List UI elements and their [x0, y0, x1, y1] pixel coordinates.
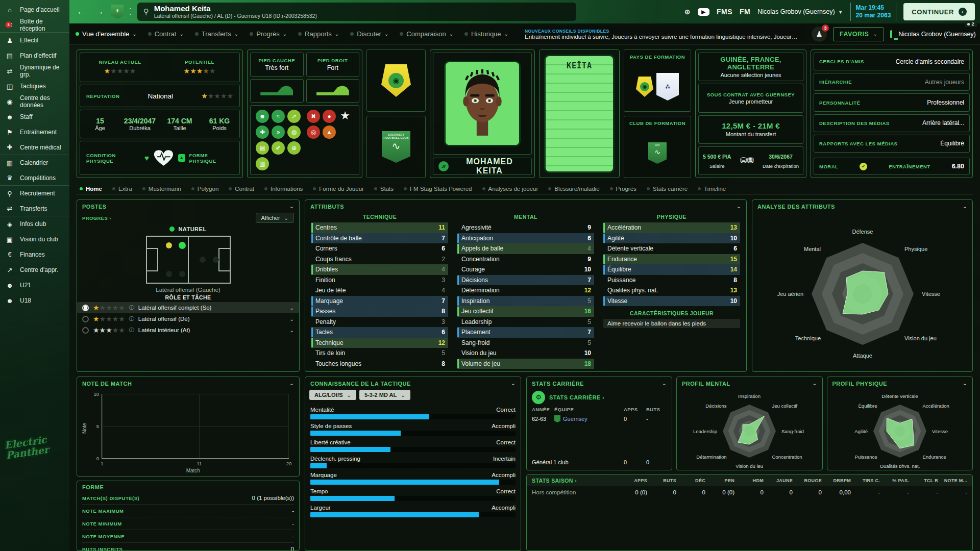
report-icon[interactable]: ✚: [256, 126, 269, 139]
collapse-icon[interactable]: ⌄: [963, 203, 967, 210]
sidebar-item[interactable]: ⇌ Transferts: [0, 201, 69, 216]
nav-menu-item[interactable]: Comparaison ⌄: [400, 30, 453, 38]
ticker-text-block[interactable]: NOUVEAUX CONSEILS DISPONIBLES Entraîneme…: [520, 27, 805, 41]
attribute-row[interactable]: Appels de balle 4: [457, 243, 594, 254]
player-tab[interactable]: Mustermann: [142, 186, 181, 192]
nav-menu-item[interactable]: Contrat ⌄: [148, 30, 184, 38]
attribute-row[interactable]: Accélération 13: [603, 222, 740, 233]
manager-dropdown[interactable]: Nicolas Grobov (Guernsey) ▼: [757, 8, 843, 15]
season-row[interactable]: Hors compétition 0 (0)000 (0)0000,00----: [527, 486, 972, 498]
sidebar-item[interactable]: ✚ Centre médical: [0, 140, 69, 155]
sidebar-item[interactable]: ⚑ Entraînement: [0, 124, 69, 140]
attribute-row[interactable]: Touches longues 8: [311, 359, 448, 369]
info-row[interactable]: DESCRIPTION DES MÉDIAS Arrière latéral..…: [814, 114, 970, 132]
player-tab[interactable]: Stats carrière: [647, 186, 688, 192]
continue-button[interactable]: CONTINUER › 2: [903, 3, 975, 20]
role-row[interactable]: ★★★★★ ⓘ Latéral intérieur (At) ⌄: [77, 324, 299, 336]
attribute-row[interactable]: Vision du jeu 10: [457, 348, 594, 359]
attribute-row[interactable]: Vitesse 10: [603, 296, 740, 307]
issue-icon[interactable]: ✖: [307, 110, 320, 123]
attribute-row[interactable]: Jeu de tête 4: [311, 285, 448, 296]
nav-menu-item[interactable]: Transferts ⌄: [195, 30, 238, 38]
attribute-row[interactable]: Équilibre 14: [603, 264, 740, 275]
sidebar-item[interactable]: ☻ U18: [0, 293, 69, 308]
player-tab[interactable]: Timeline: [698, 186, 726, 192]
nav-menu-item[interactable]: Progrès ⌄: [250, 30, 287, 38]
display-dropdown[interactable]: Afficher⌄: [256, 213, 294, 223]
season-column-header[interactable]: ROUGE: [793, 478, 822, 483]
attribute-row[interactable]: Technique 12: [311, 338, 448, 348]
sidebar-item[interactable]: € Finances: [0, 247, 69, 262]
tactic-dropdown-1[interactable]: ALG/LOf/S⌄: [309, 390, 356, 400]
manager-dropdown-secondary[interactable]: Nicolas Grobov (Guernsey) ⌄: [898, 31, 980, 38]
fm-icon[interactable]: FM: [740, 8, 750, 16]
season-column-header[interactable]: PEN: [705, 478, 734, 483]
player-tab[interactable]: Analyses de joueur: [482, 186, 538, 192]
staff-avatar[interactable]: ♟ 3: [812, 27, 827, 42]
role-row[interactable]: ★★★★★ ⓘ Latéral offensif complet (So) ⌄: [77, 302, 299, 313]
sidebar-item[interactable]: ⇄ Dynamique de grp.: [0, 63, 69, 79]
attribute-row[interactable]: Agressivité 9: [457, 222, 594, 233]
collapse-icon[interactable]: ⌄: [289, 203, 294, 210]
attribute-row[interactable]: Jeu collectif 16: [457, 306, 594, 317]
team-link[interactable]: Guernsey: [563, 416, 587, 422]
nav-menu-item[interactable]: Rapports ⌄: [298, 30, 339, 38]
role-row[interactable]: ★★★★★ ⓘ Latéral offensif (Dé) ⌄: [77, 313, 299, 324]
issue-icon[interactable]: ▲: [323, 126, 336, 139]
info-icon[interactable]: ⓘ: [129, 327, 134, 334]
player-tab[interactable]: Forme du Joueur: [313, 186, 364, 192]
season-column-header[interactable]: TIRS C.: [851, 478, 880, 483]
attribute-row[interactable]: Corners 6: [311, 243, 448, 254]
sidebar-item[interactable]: ▤ Plan d'effectif: [0, 48, 69, 63]
player-tab[interactable]: Polygon: [191, 186, 219, 192]
report-icon[interactable]: ✔: [272, 141, 285, 155]
nav-menu-item[interactable]: Discuter ⌄: [350, 30, 388, 38]
collapse-icon[interactable]: ⌄: [662, 380, 667, 387]
nav-menu-item[interactable]: Vue d'ensemble ⌄: [76, 30, 137, 38]
monitor-icon[interactable]: [890, 30, 892, 38]
season-column-header[interactable]: % PAS.: [880, 478, 909, 483]
info-row[interactable]: HIÉRARCHIE Autres joueurs: [814, 73, 970, 91]
sidebar-item[interactable]: ⌂ Page d'accueil: [0, 2, 69, 17]
attribute-row[interactable]: Dribbles 4: [311, 264, 448, 275]
collapse-icon[interactable]: ⌄: [812, 380, 817, 387]
issue-icon[interactable]: ◎: [307, 126, 320, 139]
sidebar-item[interactable]: ♟ Effectif: [0, 33, 69, 48]
attribute-row[interactable]: Leadership 5: [457, 317, 594, 328]
player-tab[interactable]: Progrès: [610, 186, 636, 192]
sidebar-item[interactable]: ⚲ Recrutement: [0, 186, 69, 201]
player-tab[interactable]: Home: [80, 186, 102, 192]
sidebar-item[interactable]: ◫ Tactiques: [0, 79, 69, 94]
attribute-row[interactable]: Tacles 6: [311, 327, 448, 338]
season-column-header[interactable]: DÉC: [676, 478, 705, 483]
chevron-down-icon[interactable]: ⌄: [290, 305, 294, 311]
tactic-dropdown-2[interactable]: 5-3-2 MD AL⌄: [359, 390, 410, 400]
season-column-header[interactable]: NOTE M...: [938, 478, 967, 483]
collapse-icon[interactable]: ⌄: [963, 380, 967, 387]
player-tab[interactable]: Blessure/maladie: [548, 186, 599, 192]
globe-icon[interactable]: ⊕: [684, 8, 691, 16]
season-column-header[interactable]: DRBPM: [822, 478, 851, 483]
sidebar-item[interactable]: ☻ U21: [0, 278, 69, 293]
attribute-row[interactable]: Détermination 12: [457, 285, 594, 296]
report-icon[interactable]: ⊕: [287, 141, 301, 155]
player-tab[interactable]: Contrat: [229, 186, 254, 192]
attribute-row[interactable]: Contrôle de balle 7: [311, 233, 448, 244]
report-icon[interactable]: »: [272, 126, 285, 139]
attribute-row[interactable]: Volume de jeu 18: [457, 359, 594, 369]
sidebar-item[interactable]: ◈ Infos club: [0, 216, 69, 232]
attribute-row[interactable]: Détente verticale 6: [603, 243, 740, 254]
player-tab[interactable]: Stats: [374, 186, 394, 192]
attribute-row[interactable]: Qualités phys. nat. 13: [603, 285, 740, 296]
role-radio[interactable]: [82, 327, 89, 334]
attribute-row[interactable]: Tirs de loin 5: [311, 348, 448, 359]
collapse-icon[interactable]: ⌄: [511, 380, 516, 387]
attribute-row[interactable]: Endurance 15: [603, 254, 740, 265]
attribute-row[interactable]: Finition 3: [311, 275, 448, 286]
forward-arrow-icon[interactable]: →: [93, 5, 106, 18]
season-column-header[interactable]: APPS: [618, 478, 647, 483]
info-row[interactable]: RAPPORTS AVEC LES MÉDIAS Équilibré: [814, 135, 970, 153]
report-icon[interactable]: ▥: [256, 157, 269, 170]
sidebar-item[interactable]: ♛ Compétitions: [0, 170, 69, 186]
chevron-down-icon[interactable]: ⌄: [290, 316, 294, 322]
